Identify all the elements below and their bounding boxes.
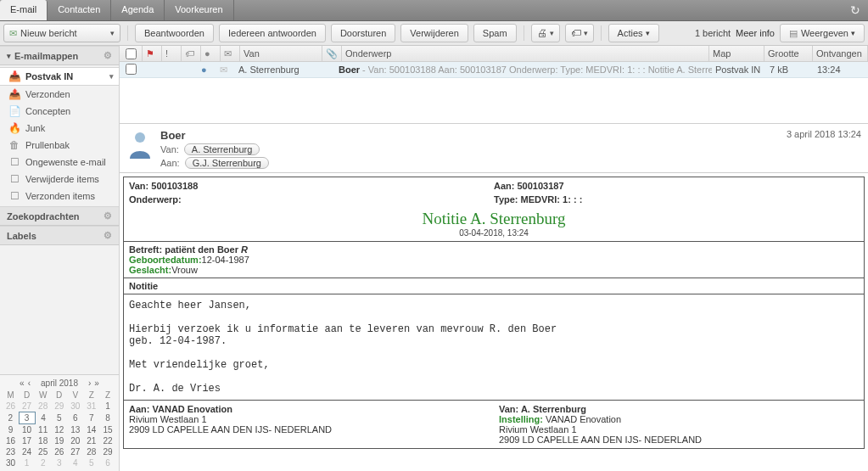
spam-button[interactable]: Spam: [473, 24, 517, 42]
calendar-day[interactable]: 4: [35, 412, 51, 424]
chevron-down-icon: ▾: [7, 52, 11, 60]
calendar-day[interactable]: 6: [99, 457, 115, 468]
tab-agenda[interactable]: Agenda: [111, 0, 165, 20]
calendar-day[interactable]: 5: [51, 412, 67, 424]
col-from[interactable]: Van: [240, 46, 322, 61]
reply-button[interactable]: Beantwoorden: [135, 24, 214, 42]
prev-year-icon[interactable]: «: [20, 378, 25, 388]
labels-header[interactable]: Labels⚙: [0, 226, 119, 245]
row-checkbox[interactable]: [126, 64, 137, 75]
sidebar-item-junk[interactable]: 🔥Junk: [0, 120, 119, 137]
sidebar-item-concepten[interactable]: 📄Concepten: [0, 103, 119, 120]
calendar-day[interactable]: 15: [99, 424, 115, 436]
calendar-day[interactable]: 26: [51, 446, 67, 457]
col-size[interactable]: Grootte: [764, 46, 813, 61]
calendar-day[interactable]: 29: [99, 446, 115, 457]
print-button[interactable]: 🖨 ▾: [531, 24, 560, 42]
forward-button[interactable]: Doorsturen: [331, 24, 395, 42]
row-size: 7 kB: [766, 64, 814, 75]
prev-month-icon[interactable]: ‹: [28, 378, 31, 388]
calendar-day[interactable]: 4: [67, 457, 83, 468]
calendar-day[interactable]: 3: [51, 457, 67, 468]
tag-column-icon[interactable]: 🏷: [182, 46, 201, 61]
calendar-day[interactable]: 16: [3, 435, 19, 446]
calendar-day[interactable]: 28: [83, 446, 99, 457]
refresh-icon[interactable]: ↻: [843, 0, 868, 20]
calendar-day[interactable]: 9: [3, 424, 19, 436]
sidebar-item-postvak-in[interactable]: 📥Postvak IN▾: [0, 67, 119, 86]
folders-header[interactable]: ▾E-mailmappen ⚙: [0, 46, 119, 65]
sidebar-item-prullenbak[interactable]: 🗑Prullenbak: [0, 137, 119, 154]
delete-button[interactable]: Verwijderen: [400, 24, 468, 42]
calendar-day[interactable]: 10: [19, 424, 35, 436]
calendar-day[interactable]: 30: [67, 401, 83, 412]
chevron-down-icon: ▾: [110, 29, 115, 37]
gear-icon[interactable]: ⚙: [104, 210, 112, 221]
gear-icon[interactable]: ⚙: [104, 230, 112, 241]
next-month-icon[interactable]: ›: [88, 378, 91, 388]
col-folder[interactable]: Map: [709, 46, 764, 61]
gear-icon[interactable]: ⚙: [104, 50, 112, 61]
calendar-day[interactable]: 21: [83, 435, 99, 446]
calendar-day[interactable]: 24: [19, 446, 35, 457]
calendar-day[interactable]: 22: [99, 435, 115, 446]
sidebar: ▾E-mailmappen ⚙ 📥Postvak IN▾📤Verzonden📄C…: [0, 46, 120, 471]
col-received[interactable]: Ontvangen: [813, 46, 868, 61]
actions-button[interactable]: Acties ▾: [608, 24, 659, 42]
more-info-link[interactable]: Meer info: [736, 28, 775, 38]
compose-button[interactable]: ✉ Nieuw bericht ▾: [3, 24, 120, 42]
calendar-day[interactable]: 20: [67, 435, 83, 446]
calendar-day[interactable]: 3: [19, 412, 35, 424]
sidebar-item-verzonden-items[interactable]: ☐Verzonden items: [0, 188, 119, 205]
calendar-day[interactable]: 29: [51, 401, 67, 412]
attachment-icon[interactable]: ✉: [221, 46, 240, 61]
tab-email[interactable]: E-mail: [0, 0, 48, 20]
status-column-icon[interactable]: ●: [201, 46, 221, 61]
message-row[interactable]: ● ✉ A. Sterrenburg Boer - Van: 500103188…: [120, 62, 868, 78]
calendar-day[interactable]: 31: [83, 401, 99, 412]
calendar-day[interactable]: 19: [51, 435, 67, 446]
tab-prefs[interactable]: Voorkeuren: [165, 0, 233, 20]
tab-contacts[interactable]: Contacten: [48, 0, 111, 20]
calendar-day[interactable]: 5: [83, 457, 99, 468]
sidebar-item-verwijderde-items[interactable]: ☐Verwijderde items: [0, 171, 119, 188]
note-date: 03-04-2018, 13:24: [124, 228, 864, 238]
folder-icon: ☐: [8, 173, 20, 185]
calendar-day[interactable]: 2: [3, 412, 19, 424]
calendar-day[interactable]: 1: [19, 457, 35, 468]
sidebar-item-verzonden[interactable]: 📤Verzonden: [0, 86, 119, 103]
tag-button[interactable]: 🏷 ▾: [565, 24, 594, 42]
calendar-day[interactable]: 27: [19, 401, 35, 412]
calendar-day[interactable]: 11: [35, 424, 51, 436]
calendar-day[interactable]: 23: [3, 446, 19, 457]
calendar-day[interactable]: 18: [35, 435, 51, 446]
clip-icon[interactable]: 📎: [322, 46, 342, 61]
calendar-day[interactable]: 8: [99, 412, 115, 424]
next-year-icon[interactable]: »: [94, 378, 99, 388]
calendar-day[interactable]: 25: [35, 446, 51, 457]
calendar-day[interactable]: 28: [35, 401, 51, 412]
calendar-day[interactable]: 12: [51, 424, 67, 436]
searches-header[interactable]: Zoekopdrachten⚙: [0, 206, 119, 226]
view-button[interactable]: ▤ Weergeven ▾: [780, 24, 865, 42]
calendar-day[interactable]: 14: [83, 424, 99, 436]
calendar-day[interactable]: 1: [99, 401, 115, 412]
folder-list: 📥Postvak IN▾📤Verzonden📄Concepten🔥Junk🗑Pr…: [0, 65, 119, 206]
flag-icon[interactable]: ⚑: [143, 46, 162, 61]
priority-icon[interactable]: !: [162, 46, 182, 61]
calendar-day[interactable]: 6: [67, 412, 83, 424]
calendar-day[interactable]: 27: [67, 446, 83, 457]
calendar-day[interactable]: 2: [35, 457, 51, 468]
to-pill[interactable]: G.J. Sterrenburg: [185, 157, 269, 169]
calendar-day[interactable]: 30: [3, 457, 19, 468]
calendar-day[interactable]: 17: [19, 435, 35, 446]
from-pill[interactable]: A. Sterrenburg: [184, 143, 260, 155]
select-all-checkbox[interactable]: [126, 48, 137, 59]
reply-all-button[interactable]: Iedereen antwoorden: [219, 24, 326, 42]
calendar-day[interactable]: 26: [3, 401, 19, 412]
calendar-day[interactable]: 7: [83, 412, 99, 424]
toolbar: ✉ Nieuw bericht ▾ Beantwoorden Iedereen …: [0, 21, 868, 46]
sidebar-item-ongewenste-e-mail[interactable]: ☐Ongewenste e-mail: [0, 154, 119, 171]
calendar-day[interactable]: 13: [67, 424, 83, 436]
col-subject[interactable]: Onderwerp: [342, 46, 709, 61]
